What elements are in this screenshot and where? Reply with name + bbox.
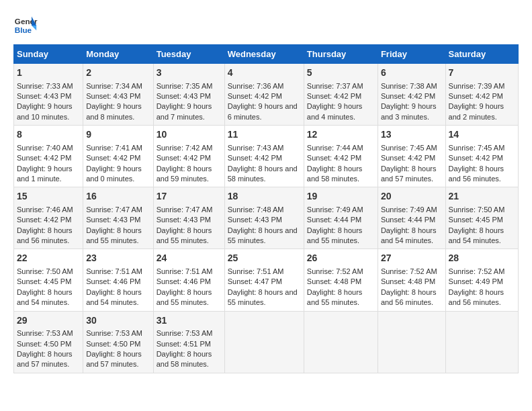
sunrise-text: Sunrise: 7:41 AM [86,144,142,152]
sunrise-text: Sunrise: 7:40 AM [17,144,73,152]
sunset-text: Sunset: 4:42 PM [449,92,503,100]
calendar-cell: 27Sunrise: 7:52 AMSunset: 4:48 PMDayligh… [378,249,445,311]
daylight-text: Daylight: 8 hours and 54 minutes. [381,226,437,244]
calendar-cell [378,311,445,373]
day-number: 11 [228,128,301,142]
calendar-cell: 7Sunrise: 7:39 AMSunset: 4:42 PMDaylight… [445,64,518,126]
sunrise-text: Sunrise: 7:50 AM [449,205,505,214]
sunrise-text: Sunrise: 7:33 AM [17,82,73,90]
sunset-text: Sunset: 4:47 PM [228,277,282,285]
calendar-cell: 26Sunrise: 7:52 AMSunset: 4:48 PMDayligh… [304,249,378,311]
calendar-cell [304,311,378,373]
sunset-text: Sunset: 4:43 PM [86,92,140,100]
sunrise-text: Sunrise: 7:36 AM [228,82,284,90]
daylight-text: Daylight: 8 hours and 55 minutes. [86,226,142,244]
daylight-text: Daylight: 9 hours and 4 minutes. [307,102,363,120]
sunrise-text: Sunrise: 7:53 AM [86,329,142,337]
day-number: 17 [157,190,222,203]
sunset-text: Sunset: 4:51 PM [157,340,211,348]
day-number: 6 [381,66,443,80]
sunrise-text: Sunrise: 7:39 AM [449,82,505,90]
day-number: 3 [157,66,222,80]
sunset-text: Sunset: 4:46 PM [157,277,211,285]
day-number: 7 [449,66,515,80]
calendar-cell: 8Sunrise: 7:40 AMSunset: 4:42 PMDaylight… [14,126,83,187]
sunrise-text: Sunrise: 7:51 AM [86,267,142,275]
calendar-cell: 23Sunrise: 7:51 AMSunset: 4:46 PMDayligh… [83,249,153,311]
calendar-cell: 14Sunrise: 7:45 AMSunset: 4:42 PMDayligh… [445,126,518,187]
sunset-text: Sunset: 4:50 PM [17,340,71,348]
daylight-text: Daylight: 9 hours and 10 minutes. [17,102,73,120]
calendar-cell: 12Sunrise: 7:44 AMSunset: 4:42 PMDayligh… [304,126,378,187]
sunset-text: Sunset: 4:48 PM [307,277,361,285]
sunset-text: Sunset: 4:42 PM [17,154,71,162]
calendar-cell: 30Sunrise: 7:53 AMSunset: 4:50 PMDayligh… [83,311,153,373]
daylight-text: Daylight: 8 hours and 56 minutes. [449,288,504,306]
calendar-cell: 25Sunrise: 7:51 AMSunset: 4:47 PMDayligh… [224,249,304,311]
sunset-text: Sunset: 4:42 PM [381,154,435,162]
day-number: 5 [307,66,375,80]
sunset-text: Sunset: 4:42 PM [157,154,211,162]
sunset-text: Sunset: 4:42 PM [449,154,503,162]
sunset-text: Sunset: 4:42 PM [228,154,282,162]
day-header-sunday: Sunday [14,45,83,64]
logo: General Blue [13,13,38,38]
calendar-week-row: 1Sunrise: 7:33 AMSunset: 4:43 PMDaylight… [14,64,519,126]
daylight-text: Daylight: 8 hours and 58 minutes. [307,165,363,183]
day-header-monday: Monday [83,45,153,64]
page-header: General Blue [13,13,519,38]
calendar-cell: 24Sunrise: 7:51 AMSunset: 4:46 PMDayligh… [153,249,224,311]
calendar-cell: 18Sunrise: 7:48 AMSunset: 4:43 PMDayligh… [224,187,304,249]
daylight-text: Daylight: 9 hours and 2 minutes. [449,102,504,120]
sunrise-text: Sunrise: 7:52 AM [381,267,437,275]
day-number: 22 [17,252,80,265]
day-number: 14 [449,128,515,142]
daylight-text: Daylight: 8 hours and 55 minutes. [157,288,212,306]
sunset-text: Sunset: 4:42 PM [307,154,361,162]
calendar-cell: 9Sunrise: 7:41 AMSunset: 4:42 PMDaylight… [83,126,153,187]
sunrise-text: Sunrise: 7:45 AM [381,144,437,152]
day-number: 28 [449,252,515,265]
calendar-cell: 16Sunrise: 7:47 AMSunset: 4:43 PMDayligh… [83,187,153,249]
day-number: 19 [307,190,375,203]
sunset-text: Sunset: 4:50 PM [86,340,140,348]
day-number: 13 [381,128,443,142]
day-number: 30 [86,314,150,328]
calendar-body: 1Sunrise: 7:33 AMSunset: 4:43 PMDaylight… [14,64,519,373]
daylight-text: Daylight: 9 hours and 0 minutes. [86,165,142,183]
daylight-text: Daylight: 8 hours and 54 minutes. [449,226,504,244]
calendar-cell: 31Sunrise: 7:53 AMSunset: 4:51 PMDayligh… [153,311,224,373]
day-number: 24 [157,252,222,265]
day-number: 8 [17,128,80,142]
daylight-text: Daylight: 9 hours and 3 minutes. [381,102,437,120]
calendar-cell: 21Sunrise: 7:50 AMSunset: 4:45 PMDayligh… [445,187,518,249]
calendar-cell: 5Sunrise: 7:37 AMSunset: 4:42 PMDaylight… [304,64,378,126]
calendar-week-row: 15Sunrise: 7:46 AMSunset: 4:42 PMDayligh… [14,187,519,249]
daylight-text: Daylight: 8 hours and 55 minutes. [157,226,212,244]
day-header-wednesday: Wednesday [224,45,304,64]
daylight-text: Daylight: 9 hours and 8 minutes. [86,102,142,120]
sunrise-text: Sunrise: 7:47 AM [157,205,213,214]
day-number: 16 [86,190,150,203]
sunrise-text: Sunrise: 7:35 AM [157,82,213,90]
sunset-text: Sunset: 4:42 PM [228,92,282,100]
day-number: 2 [86,66,150,80]
sunrise-text: Sunrise: 7:53 AM [17,329,73,337]
day-number: 31 [157,314,222,328]
sunrise-text: Sunrise: 7:46 AM [17,205,73,214]
sunrise-text: Sunrise: 7:49 AM [307,205,363,214]
day-number: 1 [17,66,80,80]
daylight-text: Daylight: 8 hours and 56 minutes. [449,165,504,183]
sunrise-text: Sunrise: 7:47 AM [86,205,142,214]
sunset-text: Sunset: 4:42 PM [381,92,435,100]
sunset-text: Sunset: 4:44 PM [307,216,361,224]
calendar-header-row: SundayMondayTuesdayWednesdayThursdayFrid… [14,45,519,64]
calendar-cell: 20Sunrise: 7:49 AMSunset: 4:44 PMDayligh… [378,187,445,249]
svg-text:Blue: Blue [15,26,32,34]
sunset-text: Sunset: 4:46 PM [86,277,140,285]
day-number: 21 [449,190,515,203]
day-number: 9 [86,128,150,142]
sunrise-text: Sunrise: 7:37 AM [307,82,363,90]
calendar-cell [445,311,518,373]
day-header-tuesday: Tuesday [153,45,224,64]
